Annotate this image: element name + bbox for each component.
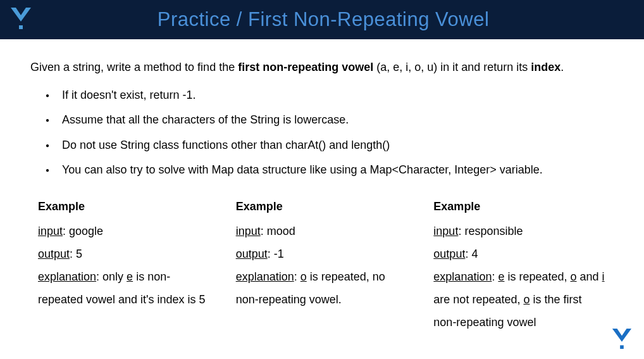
output-value: : 5 [70, 248, 82, 260]
output-label: output [433, 248, 465, 260]
explanation-underline: i [602, 270, 605, 283]
example-3: Example input: responsible output: 4 exp… [433, 200, 606, 334]
explanation-underline: e [127, 270, 133, 283]
example-explanation: explanation: o is repeated, no non-repea… [236, 265, 409, 311]
explanation-underline: o [571, 270, 577, 283]
intro-bold1: first non-repeating vowel [238, 61, 373, 73]
svg-rect-1 [620, 345, 624, 349]
explanation-text: : [294, 270, 300, 283]
explanation-text: : [492, 270, 498, 283]
example-1: Example input: google output: 5 explanat… [38, 200, 211, 334]
example-input: input: mood [236, 220, 409, 242]
explanation-text: : only [96, 270, 127, 283]
header: Practice / First Non-Repeating Vowel [0, 0, 644, 39]
example-output: output: 4 [433, 242, 606, 265]
example-2: Example input: mood output: -1 explanati… [236, 200, 409, 334]
example-explanation: explanation: only e is non-repeated vowe… [38, 265, 211, 311]
examples-row: Example input: google output: 5 explanat… [30, 182, 614, 334]
explanation-text: are not repeated, [433, 293, 523, 306]
example-explanation: explanation: e is repeated, o and i are … [433, 265, 606, 334]
intro-prefix: Given a string, write a method to find t… [30, 61, 238, 73]
example-label: Example [236, 200, 409, 213]
explanation-text: is repeated, [504, 270, 570, 283]
output-label: output [236, 248, 268, 260]
explanation-underline: e [498, 270, 504, 283]
intro-text: Given a string, write a method to find t… [30, 60, 614, 75]
list-item: Assume that all the characters of the St… [30, 108, 614, 132]
input-value: : mood [261, 225, 295, 237]
page-title: Practice / First Non-Repeating Vowel [34, 8, 644, 31]
example-input: input: google [38, 220, 211, 242]
output-value: : 4 [465, 248, 478, 260]
footer-logo-icon [611, 327, 633, 353]
intro-mid: (a, e, i, o, u) in it and return its [373, 61, 531, 73]
input-label: input [236, 225, 261, 237]
input-value: : google [63, 225, 103, 237]
example-label: Example [433, 200, 606, 213]
bullet-list: If it doesn't exist, return -1. Assume t… [30, 75, 614, 182]
explanation-label: explanation [38, 270, 96, 283]
svg-rect-0 [19, 25, 23, 29]
input-value: : responsible [458, 225, 523, 237]
output-value: : -1 [268, 248, 284, 260]
list-item: Do not use String class functions other … [30, 133, 614, 158]
explanation-label: explanation [433, 270, 492, 283]
input-label: input [38, 225, 63, 237]
example-label: Example [38, 200, 211, 213]
example-output: output: 5 [38, 242, 211, 265]
intro-bold2: index [531, 61, 560, 73]
example-input: input: responsible [433, 220, 606, 242]
input-label: input [433, 225, 458, 237]
list-item: You can also try to solve with Map data … [30, 158, 614, 182]
list-item: If it doesn't exist, return -1. [30, 83, 614, 108]
example-output: output: -1 [236, 242, 409, 265]
content: Given a string, write a method to find t… [0, 39, 644, 334]
explanation-underline: o [523, 293, 529, 306]
explanation-underline: o [300, 270, 307, 283]
output-label: output [38, 248, 70, 260]
intro-suffix: . [560, 61, 564, 73]
explanation-text: and [577, 270, 602, 283]
logo-icon [8, 6, 34, 33]
explanation-label: explanation [236, 270, 294, 283]
